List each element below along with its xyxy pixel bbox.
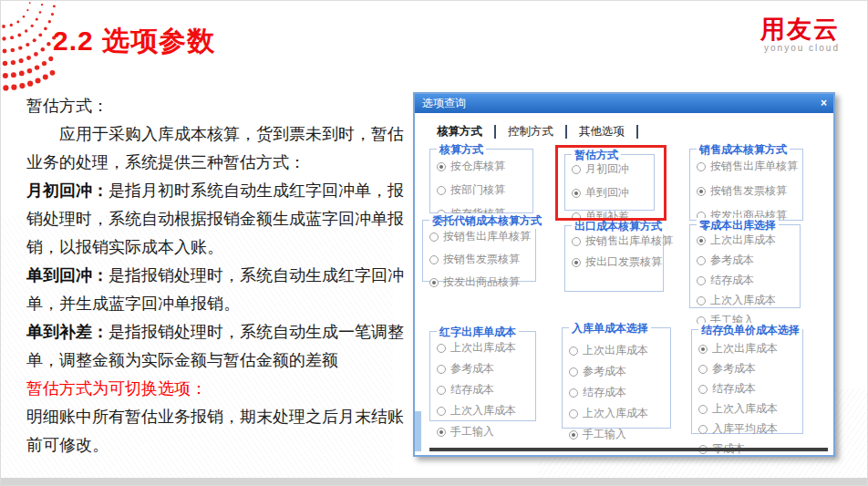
explanation-text: 暂估方式： 应用于采购入库成本核算，货到票未到时，暂估业务的处理，系统提供三种暂…: [26, 92, 406, 460]
radio-icon: [698, 385, 708, 394]
radio-icon: [437, 162, 446, 171]
radio-icon: [698, 365, 708, 374]
radio-label: 上次入库成本: [583, 406, 648, 421]
radio-option[interactable]: 手工输入: [437, 424, 533, 439]
radio-icon: [437, 407, 446, 416]
group-title: 零成本出库选择: [697, 218, 779, 233]
vertical-scrollbar-thumb[interactable]: [415, 411, 421, 451]
radio-label: 月初回冲: [585, 161, 629, 177]
radio-label: 按仓库核算: [450, 159, 505, 174]
radio-label: 单到回冲: [585, 185, 629, 201]
radio-icon: [697, 256, 706, 265]
radio-label: 入库平均成本: [712, 421, 778, 437]
radio-icon: [698, 345, 708, 354]
radio-icon: [569, 367, 578, 377]
tab-control-method[interactable]: 控制方式: [508, 122, 553, 141]
text-heading: 暂估方式：: [26, 92, 406, 120]
radio-option[interactable]: 上次入库成本: [698, 401, 801, 417]
text-closing: 明细账中所有暂估业务报销，期末处理之后月末结账前可修改。: [26, 403, 406, 460]
group-title: 销售成本核算方式: [697, 142, 790, 158]
radio-option[interactable]: 参考成本: [698, 361, 801, 377]
radio-icon: [437, 186, 446, 195]
radio-option[interactable]: 参考成本: [437, 361, 533, 377]
text-item-2: 单到回冲：是指报销处理时，系统自动生成红字回冲单，并生成蓝字回冲单报销。: [26, 262, 406, 318]
radio-icon: [697, 296, 706, 305]
radio-label: 上次入库成本: [710, 293, 776, 308]
radio-option[interactable]: 结存成本: [698, 381, 801, 397]
radio-option[interactable]: 按销售出库单核算: [697, 159, 801, 174]
radio-icon: [697, 162, 706, 171]
radio-label: 结存成本: [583, 385, 626, 400]
dialog-tabs: 核算方式 控制方式 其他选项: [437, 122, 650, 141]
horizontal-scrollbar[interactable]: [429, 448, 828, 451]
group-negative-balance-cost: 结存负单价成本选择 上次出库成本 参考成本 结存成本 上次入库成本 入库平均成本…: [691, 329, 803, 434]
radio-option[interactable]: 上次入库成本: [437, 403, 533, 419]
radio-option[interactable]: 单到回冲: [572, 185, 652, 201]
group-red-outbound-cost: 红字出库单成本 上次出库成本 参考成本 结存成本 上次入库成本 手工输入: [429, 331, 536, 421]
text-intro: 应用于采购入库成本核算，货到票未到时，暂估业务的处理，系统提供三种暂估方式：: [26, 120, 406, 177]
radio-icon: [429, 255, 439, 264]
radio-option[interactable]: 按部门核算: [437, 182, 531, 198]
group-consignment-cost-method: 委托代销成本核算方式 按销售出库单核算 按销售发票核算 按发出商品核算: [422, 220, 536, 282]
radio-option[interactable]: 结存成本: [697, 273, 798, 288]
group-export-cost-method: 出口成本核算方式 按销售出库单核算 按出口发票核算: [564, 225, 664, 292]
radio-icon: [572, 237, 581, 246]
tab-separator: [494, 125, 496, 139]
dotted-swirl-decoration: [1, 1, 57, 98]
radio-option[interactable]: 结存成本: [569, 385, 668, 400]
radio-option[interactable]: 月初回冲: [572, 161, 652, 177]
group-title: 入库单成本选择: [569, 321, 651, 336]
radio-option[interactable]: 上次入库成本: [569, 406, 668, 421]
radio-icon: [572, 165, 581, 174]
tab-other-options[interactable]: 其他选项: [579, 122, 625, 141]
text-item-3: 单到补差：是指报销处理时，系统自动生成一笔调整单，调整金额为实际金额与暂估金额的…: [26, 318, 406, 375]
radio-option[interactable]: 按出口发票核算: [572, 254, 661, 270]
radio-option[interactable]: 上次出库成本: [569, 343, 668, 358]
radio-label: 手工输入: [583, 427, 626, 442]
radio-icon: [697, 236, 706, 245]
radio-option[interactable]: 上次出库成本: [698, 341, 801, 357]
radio-option[interactable]: 结存成本: [437, 382, 533, 398]
radio-option[interactable]: 上次入库成本: [697, 293, 798, 308]
radio-option[interactable]: 按销售出库单核算: [572, 233, 661, 249]
tab-accounting-method[interactable]: 核算方式: [437, 122, 482, 141]
radio-option[interactable]: 上次出库成本: [437, 340, 533, 356]
radio-label: 上次出库成本: [450, 340, 516, 356]
radio-icon: [437, 386, 446, 395]
radio-option[interactable]: 按销售发票核算: [429, 252, 533, 267]
page-title: 2.2 选项参数: [53, 23, 215, 60]
logo-subtext: yonyou cloud: [760, 43, 840, 53]
radio-option[interactable]: 按仓库核算: [437, 159, 531, 174]
yonyou-cloud-logo: 用友云 yonyou cloud: [760, 16, 840, 53]
radio-label: 手工输入: [450, 424, 494, 439]
radio-label: 上次入库成本: [450, 403, 516, 419]
radio-option[interactable]: 手工输入: [569, 427, 668, 442]
group-title: 出口成本核算方式: [572, 219, 665, 234]
radio-option[interactable]: 参考成本: [569, 364, 668, 379]
radio-option[interactable]: 按销售出库单核算: [429, 229, 533, 244]
radio-icon: [569, 346, 578, 356]
radio-option[interactable]: 上次出库成本: [697, 233, 798, 248]
dialog-titlebar[interactable]: 选项查询 ×: [415, 94, 833, 113]
radio-option[interactable]: 参考成本: [697, 253, 798, 268]
radio-label: 按部门核算: [450, 182, 505, 198]
options-dialog: 选项查询 × 核算方式 控制方式 其他选项 核算方式 按仓库核算 按部门核算 按…: [413, 92, 835, 457]
logo-text: 用友云: [760, 16, 840, 43]
radio-option[interactable]: 按销售发票核算: [697, 183, 801, 199]
group-sales-cost-method: 销售成本核算方式 按销售出库单核算 按销售发票核算 按发出商品核算: [689, 149, 803, 221]
radio-icon: [429, 278, 439, 287]
radio-icon: [437, 344, 446, 353]
close-icon[interactable]: ×: [821, 94, 827, 113]
group-zero-cost-outbound: 零成本出库选择 上次出库成本 参考成本 结存成本 上次入库成本 手工输入: [689, 224, 801, 308]
radio-icon: [437, 428, 446, 437]
radio-icon: [569, 409, 578, 419]
group-accounting-method: 核算方式 按仓库核算 按部门核算 按存货核算: [429, 149, 533, 213]
term-bill-adjust: 单到补差：: [26, 323, 108, 341]
radio-option[interactable]: 按发出商品核算: [429, 274, 533, 290]
radio-icon: [698, 405, 708, 414]
radio-label: 按发出商品核算: [443, 274, 520, 290]
radio-label: 按销售出库单核算: [585, 233, 673, 249]
radio-option[interactable]: 入库平均成本: [698, 421, 801, 437]
radio-icon: [437, 365, 446, 374]
radio-label: 上次出库成本: [710, 233, 776, 248]
